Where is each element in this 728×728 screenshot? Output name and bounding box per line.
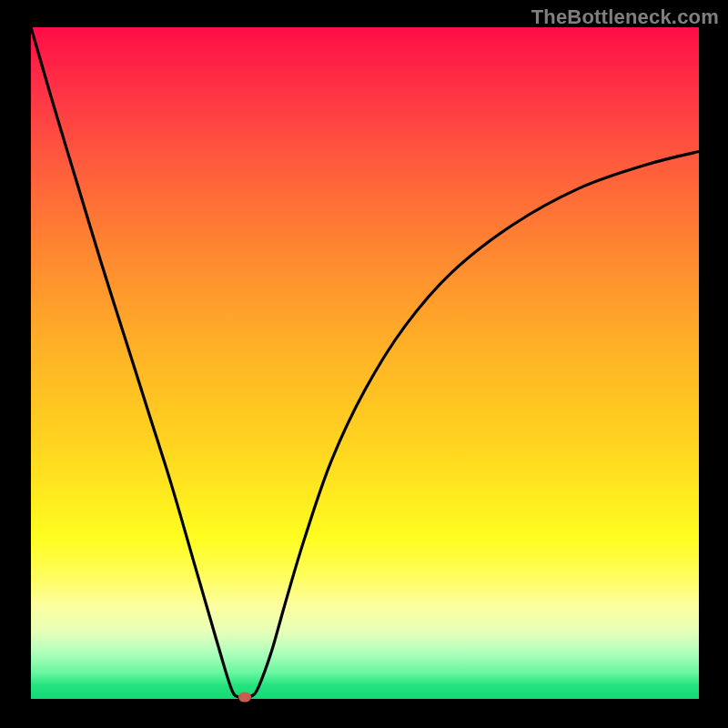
watermark-text: TheBottleneck.com	[531, 5, 719, 29]
bottleneck-curve	[31, 27, 699, 699]
minimum-marker	[238, 692, 251, 702]
plot-area	[31, 27, 699, 699]
chart-frame: TheBottleneck.com	[0, 0, 728, 728]
